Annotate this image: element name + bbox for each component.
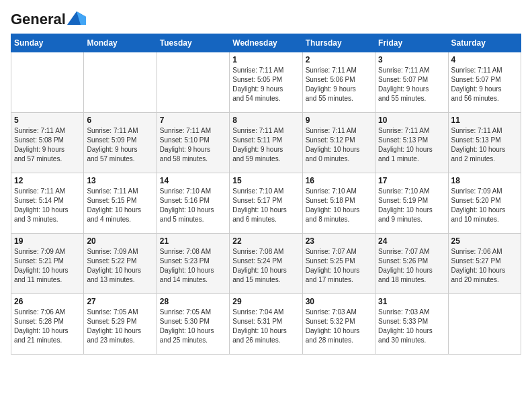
day-info: Sunrise: 7:07 AM Sunset: 5:26 PM Dayligh… bbox=[378, 247, 445, 285]
calendar-cell: 31Sunrise: 7:03 AM Sunset: 5:33 PM Dayli… bbox=[375, 294, 448, 355]
day-number: 19 bbox=[14, 236, 81, 246]
calendar-cell: 3Sunrise: 7:11 AM Sunset: 5:07 PM Daylig… bbox=[375, 52, 448, 113]
calendar-cell: 16Sunrise: 7:10 AM Sunset: 5:18 PM Dayli… bbox=[302, 173, 375, 234]
calendar-cell: 12Sunrise: 7:11 AM Sunset: 5:14 PM Dayli… bbox=[11, 173, 84, 234]
day-info: Sunrise: 7:11 AM Sunset: 5:05 PM Dayligh… bbox=[232, 66, 299, 103]
calendar-cell: 22Sunrise: 7:08 AM Sunset: 5:24 PM Dayli… bbox=[230, 234, 302, 294]
day-number: 28 bbox=[160, 297, 226, 306]
day-info: Sunrise: 7:10 AM Sunset: 5:19 PM Dayligh… bbox=[378, 187, 445, 224]
calendar-week-1: 1Sunrise: 7:11 AM Sunset: 5:05 PM Daylig… bbox=[11, 52, 521, 113]
day-number: 13 bbox=[87, 176, 153, 185]
day-info: Sunrise: 7:11 AM Sunset: 5:06 PM Dayligh… bbox=[306, 66, 372, 103]
calendar-table: SundayMondayTuesdayWednesdayThursdayFrid… bbox=[11, 34, 521, 355]
day-number: 22 bbox=[232, 236, 299, 246]
calendar-cell bbox=[11, 52, 84, 113]
day-info: Sunrise: 7:03 AM Sunset: 5:33 PM Dayligh… bbox=[378, 308, 445, 345]
day-number: 10 bbox=[378, 116, 445, 125]
day-number: 5 bbox=[14, 116, 81, 125]
day-info: Sunrise: 7:11 AM Sunset: 5:15 PM Dayligh… bbox=[87, 187, 153, 224]
calendar-cell bbox=[157, 52, 229, 113]
calendar-cell: 6Sunrise: 7:11 AM Sunset: 5:09 PM Daylig… bbox=[84, 113, 157, 173]
logo-icon bbox=[67, 11, 86, 25]
calendar-body: 1Sunrise: 7:11 AM Sunset: 5:05 PM Daylig… bbox=[11, 52, 521, 355]
day-number: 18 bbox=[451, 176, 518, 185]
calendar-cell: 8Sunrise: 7:11 AM Sunset: 5:11 PM Daylig… bbox=[230, 113, 302, 173]
calendar-week-4: 19Sunrise: 7:09 AM Sunset: 5:21 PM Dayli… bbox=[11, 234, 521, 294]
day-number: 21 bbox=[160, 236, 226, 246]
day-info: Sunrise: 7:11 AM Sunset: 5:13 PM Dayligh… bbox=[378, 126, 445, 164]
day-info: Sunrise: 7:08 AM Sunset: 5:24 PM Dayligh… bbox=[232, 247, 299, 285]
day-number: 16 bbox=[306, 176, 372, 185]
day-number: 15 bbox=[232, 176, 299, 185]
day-info: Sunrise: 7:11 AM Sunset: 5:10 PM Dayligh… bbox=[160, 126, 226, 164]
weekday-header-monday: Monday bbox=[84, 34, 157, 52]
day-number: 24 bbox=[378, 236, 445, 246]
weekday-header-wednesday: Wednesday bbox=[230, 34, 302, 52]
day-number: 23 bbox=[306, 236, 372, 246]
calendar-week-2: 5Sunrise: 7:11 AM Sunset: 5:08 PM Daylig… bbox=[11, 113, 521, 173]
calendar-cell: 9Sunrise: 7:11 AM Sunset: 5:12 PM Daylig… bbox=[302, 113, 375, 173]
calendar-cell: 30Sunrise: 7:03 AM Sunset: 5:32 PM Dayli… bbox=[302, 294, 375, 355]
calendar-cell: 17Sunrise: 7:10 AM Sunset: 5:19 PM Dayli… bbox=[375, 173, 448, 234]
calendar-cell: 29Sunrise: 7:04 AM Sunset: 5:31 PM Dayli… bbox=[230, 294, 302, 355]
calendar-cell: 20Sunrise: 7:09 AM Sunset: 5:22 PM Dayli… bbox=[84, 234, 157, 294]
day-info: Sunrise: 7:09 AM Sunset: 5:21 PM Dayligh… bbox=[14, 247, 81, 285]
calendar-header: SundayMondayTuesdayWednesdayThursdayFrid… bbox=[11, 34, 521, 52]
day-number: 25 bbox=[451, 236, 518, 246]
calendar-cell: 27Sunrise: 7:05 AM Sunset: 5:29 PM Dayli… bbox=[84, 294, 157, 355]
calendar-cell: 4Sunrise: 7:11 AM Sunset: 5:07 PM Daylig… bbox=[448, 52, 521, 113]
calendar-cell: 26Sunrise: 7:06 AM Sunset: 5:28 PM Dayli… bbox=[11, 294, 84, 355]
day-number: 26 bbox=[14, 297, 81, 306]
day-info: Sunrise: 7:11 AM Sunset: 5:07 PM Dayligh… bbox=[378, 66, 445, 103]
day-number: 8 bbox=[232, 116, 299, 125]
day-number: 11 bbox=[451, 116, 518, 125]
weekday-row: SundayMondayTuesdayWednesdayThursdayFrid… bbox=[11, 34, 521, 52]
logo: General bbox=[11, 11, 86, 26]
calendar-week-3: 12Sunrise: 7:11 AM Sunset: 5:14 PM Dayli… bbox=[11, 173, 521, 234]
calendar-cell: 1Sunrise: 7:11 AM Sunset: 5:05 PM Daylig… bbox=[230, 52, 302, 113]
day-number: 4 bbox=[451, 55, 518, 64]
day-info: Sunrise: 7:11 AM Sunset: 5:09 PM Dayligh… bbox=[87, 126, 153, 164]
day-number: 2 bbox=[306, 55, 372, 64]
day-info: Sunrise: 7:06 AM Sunset: 5:28 PM Dayligh… bbox=[14, 308, 81, 345]
day-info: Sunrise: 7:11 AM Sunset: 5:12 PM Dayligh… bbox=[306, 126, 372, 164]
day-info: Sunrise: 7:06 AM Sunset: 5:27 PM Dayligh… bbox=[451, 247, 518, 285]
day-number: 9 bbox=[306, 116, 372, 125]
page-header: General bbox=[11, 11, 521, 26]
day-info: Sunrise: 7:04 AM Sunset: 5:31 PM Dayligh… bbox=[232, 308, 299, 345]
weekday-header-sunday: Sunday bbox=[11, 34, 84, 52]
calendar-cell: 5Sunrise: 7:11 AM Sunset: 5:08 PM Daylig… bbox=[11, 113, 84, 173]
day-number: 1 bbox=[232, 55, 299, 64]
day-number: 30 bbox=[306, 297, 372, 306]
day-number: 14 bbox=[160, 176, 226, 185]
weekday-header-friday: Friday bbox=[375, 34, 448, 52]
day-number: 7 bbox=[160, 116, 226, 125]
day-info: Sunrise: 7:05 AM Sunset: 5:29 PM Dayligh… bbox=[87, 308, 153, 345]
day-info: Sunrise: 7:11 AM Sunset: 5:13 PM Dayligh… bbox=[451, 126, 518, 164]
day-number: 17 bbox=[378, 176, 445, 185]
calendar-cell: 2Sunrise: 7:11 AM Sunset: 5:06 PM Daylig… bbox=[302, 52, 375, 113]
calendar-cell: 18Sunrise: 7:09 AM Sunset: 5:20 PM Dayli… bbox=[448, 173, 521, 234]
day-info: Sunrise: 7:11 AM Sunset: 5:14 PM Dayligh… bbox=[14, 187, 81, 224]
calendar-cell: 13Sunrise: 7:11 AM Sunset: 5:15 PM Dayli… bbox=[84, 173, 157, 234]
calendar-cell: 11Sunrise: 7:11 AM Sunset: 5:13 PM Dayli… bbox=[448, 113, 521, 173]
day-info: Sunrise: 7:10 AM Sunset: 5:16 PM Dayligh… bbox=[160, 187, 226, 224]
day-number: 27 bbox=[87, 297, 153, 306]
calendar-cell: 14Sunrise: 7:10 AM Sunset: 5:16 PM Dayli… bbox=[157, 173, 229, 234]
calendar-cell: 28Sunrise: 7:05 AM Sunset: 5:30 PM Dayli… bbox=[157, 294, 229, 355]
day-info: Sunrise: 7:11 AM Sunset: 5:11 PM Dayligh… bbox=[232, 126, 299, 164]
weekday-header-thursday: Thursday bbox=[302, 34, 375, 52]
day-info: Sunrise: 7:11 AM Sunset: 5:08 PM Dayligh… bbox=[14, 126, 81, 164]
calendar-week-5: 26Sunrise: 7:06 AM Sunset: 5:28 PM Dayli… bbox=[11, 294, 521, 355]
day-info: Sunrise: 7:11 AM Sunset: 5:07 PM Dayligh… bbox=[451, 66, 518, 103]
calendar-cell bbox=[84, 52, 157, 113]
weekday-header-saturday: Saturday bbox=[448, 34, 521, 52]
day-number: 20 bbox=[87, 236, 153, 246]
calendar-cell: 23Sunrise: 7:07 AM Sunset: 5:25 PM Dayli… bbox=[302, 234, 375, 294]
calendar-cell: 21Sunrise: 7:08 AM Sunset: 5:23 PM Dayli… bbox=[157, 234, 229, 294]
calendar-cell: 10Sunrise: 7:11 AM Sunset: 5:13 PM Dayli… bbox=[375, 113, 448, 173]
day-info: Sunrise: 7:05 AM Sunset: 5:30 PM Dayligh… bbox=[160, 308, 226, 345]
day-info: Sunrise: 7:09 AM Sunset: 5:20 PM Dayligh… bbox=[451, 187, 518, 224]
day-info: Sunrise: 7:10 AM Sunset: 5:17 PM Dayligh… bbox=[232, 187, 299, 224]
day-number: 29 bbox=[232, 297, 299, 306]
